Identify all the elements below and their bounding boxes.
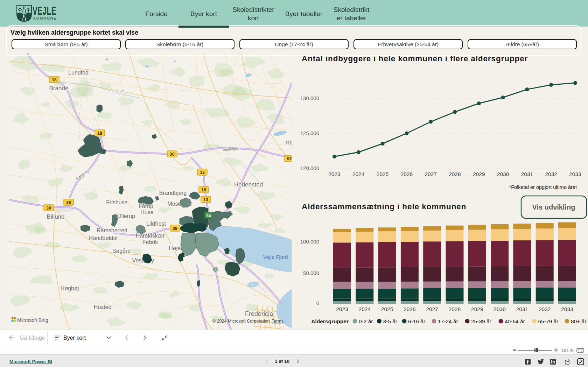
svg-text:80+ år: 80+ år	[571, 318, 586, 324]
svg-text:28: 28	[66, 200, 71, 205]
svg-text:2026: 2026	[404, 306, 415, 312]
svg-text:Ramsherred: Ramsherred	[97, 227, 127, 233]
svg-text:0-2 år: 0-2 år	[359, 318, 373, 324]
svg-text:30: 30	[46, 206, 51, 211]
svg-text:2027: 2027	[425, 171, 436, 177]
svg-text:Lildfrost: Lildfrost	[146, 221, 166, 227]
svg-text:Hedensted: Hedensted	[234, 181, 263, 188]
svg-text:2028: 2028	[449, 171, 461, 177]
svg-text:2032: 2032	[539, 306, 551, 312]
svg-text:0: 0	[316, 300, 319, 306]
svg-text:Billund: Billund	[47, 213, 64, 220]
svg-text:30: 30	[170, 152, 175, 157]
svg-text:100.000: 100.000	[300, 239, 319, 245]
svg-text:2023: 2023	[336, 306, 348, 312]
svg-text:45: 45	[206, 213, 211, 218]
svg-text:Terms: Terms	[272, 319, 284, 324]
svg-text:2025: 2025	[381, 306, 393, 312]
svg-text:Ho: Ho	[285, 139, 292, 146]
svg-text:52: 52	[287, 156, 292, 161]
svg-text:65-79 år: 65-79 år	[538, 318, 559, 324]
svg-text:25-39 år: 25-39 år	[471, 318, 491, 324]
svg-text:2030: 2030	[493, 306, 506, 312]
svg-text:Fårup: Fårup	[139, 203, 153, 209]
svg-text:2023: 2023	[328, 171, 340, 177]
svg-text:2027: 2027	[426, 306, 438, 312]
svg-text:Søgård: Søgård	[112, 248, 131, 254]
svg-text:Microsoft Bing: Microsoft Bing	[17, 317, 48, 323]
svg-text:Brande: Brande	[49, 85, 69, 92]
svg-text:6-16 år: 6-16 år	[408, 318, 425, 324]
svg-text:Fredericia: Fredericia	[245, 310, 273, 317]
svg-text:130.000: 130.000	[300, 95, 319, 101]
svg-text:Vis udvikling: Vis udvikling	[532, 203, 575, 211]
svg-text:2031: 2031	[521, 171, 533, 177]
svg-text:Aldersgrupper: Aldersgrupper	[311, 318, 349, 324]
svg-text:Huse: Huse	[140, 209, 153, 215]
svg-text:18: 18	[97, 131, 102, 136]
svg-text:2024: 2024	[352, 171, 365, 177]
svg-text:28: 28	[173, 226, 177, 231]
svg-text:Fabrik: Fabrik	[142, 239, 158, 245]
svg-text:Alderssammensætning i hele kom: Alderssammensætning i hele kommunen	[302, 202, 466, 211]
svg-text:Randbøldal: Randbøldal	[89, 235, 118, 241]
svg-text:2030: 2030	[497, 171, 509, 177]
svg-text:Brandbjerg: Brandbjerg	[159, 190, 187, 196]
svg-text:Husted: Husted	[94, 304, 112, 310]
svg-text:Antal indbyggere i hele kommun: Antal indbyggere i hele kommunen i flere…	[302, 54, 528, 63]
svg-text:2026: 2026	[401, 171, 413, 177]
svg-text:Lundfod: Lundfod	[68, 70, 89, 76]
svg-text:2029: 2029	[471, 306, 483, 312]
svg-text:2025: 2025	[377, 171, 388, 177]
svg-text:Vejle Fjord: Vejle Fjord	[263, 254, 288, 260]
svg-text:125.000: 125.000	[300, 130, 319, 136]
svg-text:*Folketal er opgjort ultimo år: *Folketal er opgjort ultimo året	[509, 184, 577, 190]
svg-text:2032: 2032	[545, 171, 557, 177]
svg-text:50.000: 50.000	[303, 270, 319, 276]
svg-text:40-64 år: 40-64 år	[505, 318, 525, 324]
svg-text:2033: 2033	[569, 171, 581, 177]
svg-text:18: 18	[201, 188, 206, 192]
svg-text:17-24 år: 17-24 år	[438, 318, 458, 324]
svg-text:2033: 2033	[561, 306, 573, 312]
svg-text:2029: 2029	[473, 171, 485, 177]
svg-text:3-5 år: 3-5 år	[383, 318, 398, 324]
svg-text:Frishuse: Frishuse	[106, 199, 127, 205]
svg-text:© 2024 Microsoft Corporation: © 2024 Microsoft Corporation	[212, 319, 270, 324]
svg-text:Ollerup: Ollerup	[117, 213, 135, 219]
svg-text:13: 13	[203, 197, 208, 202]
svg-text:120.000: 120.000	[300, 165, 319, 171]
svg-text:18: 18	[52, 77, 57, 82]
svg-text:Haraldskær: Haraldskær	[136, 233, 165, 239]
svg-text:2031: 2031	[516, 306, 528, 312]
svg-text:Høghøj: Høghøj	[61, 285, 79, 291]
svg-text:13: 13	[200, 170, 205, 175]
svg-text:2028: 2028	[449, 306, 461, 312]
svg-text:2024: 2024	[359, 306, 371, 312]
